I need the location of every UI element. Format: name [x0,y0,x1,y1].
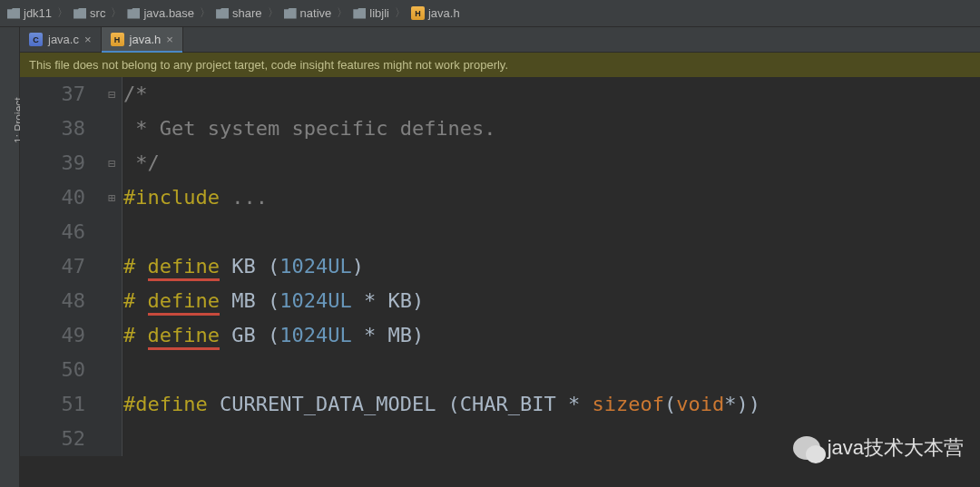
code-token: CURRENT_DATA_MODEL (CHAR_BIT * [208,393,593,415]
breadcrumb-item[interactable]: native [284,6,332,20]
code-token: 1024UL [279,255,351,278]
fold-spacer [102,422,122,456]
watermark-text: java技术大本营 [828,434,964,462]
breadcrumb-label: share [232,6,262,20]
wechat-icon [793,436,820,460]
breadcrumb: jdk11〉src〉java.base〉share〉native〉libjli〉… [0,0,980,27]
tool-window-strip[interactable]: 1: Project [0,27,20,487]
line-number: 38 [20,112,85,146]
code-token: GB ( [220,324,279,346]
code-token: #include [123,186,231,209]
tab-label: java.c [48,33,79,46]
editor-area: Cjava.c×Hjava.h× This file does not belo… [20,27,980,487]
tab-java-c[interactable]: Cjava.c× [20,27,102,52]
code-token: ( [664,393,676,415]
fold-column[interactable]: ⊟ ⊟⊞ [102,77,122,456]
code-line[interactable]: # define MB (1024UL * KB) [123,284,980,318]
fold-spacer [102,318,122,353]
fold-spacer [102,112,122,146]
line-number: 47 [20,249,85,284]
chevron-right-icon: 〉 [337,5,348,21]
breadcrumb-label: native [300,6,332,20]
code-content[interactable]: /* * Get system specific defines. */#inc… [122,77,980,456]
line-number: 50 [20,353,85,387]
fold-spacer [102,284,122,318]
code-token: sizeof [593,393,664,415]
breadcrumb-label: java.h [428,6,460,20]
tab-label: java.h [130,33,162,46]
code-token: define [148,289,220,316]
line-number: 49 [20,318,85,353]
fold-toggle-icon[interactable]: ⊞ [102,180,122,215]
line-number: 37 [20,77,85,112]
breadcrumb-item[interactable]: share [216,6,262,20]
line-number: 40 [20,180,85,215]
fold-spacer [102,215,122,249]
close-icon[interactable]: × [84,33,92,46]
fold-spacer [102,353,122,387]
folder-icon [353,8,366,19]
code-line[interactable]: #include ... [123,180,980,215]
line-number: 51 [20,387,85,422]
folder-icon [127,8,140,19]
code-token: * Get system specific defines. [123,117,496,140]
code-line[interactable] [123,353,980,387]
code-token: #define [123,393,208,415]
code-token: 1024UL [279,324,351,346]
folder-icon [7,8,20,19]
line-number: 48 [20,284,85,318]
watermark: java技术大本营 [793,434,964,462]
tab-java-h[interactable]: Hjava.h× [102,27,183,52]
folder-icon [284,8,297,19]
code-token: define [148,255,220,281]
code-line[interactable]: # define GB (1024UL * MB) [123,318,980,353]
breadcrumb-item[interactable]: src [74,6,105,20]
folder-icon [216,8,229,19]
fold-toggle-icon[interactable]: ⊟ [102,146,122,180]
code-token: ... [231,186,268,209]
line-number: 46 [20,215,85,249]
indent-guide [122,77,122,456]
code-token: 1024UL [279,289,351,312]
editor-tabs: Cjava.c×Hjava.h× [20,27,980,53]
code-token: define [148,324,220,350]
chevron-right-icon: 〉 [395,5,406,21]
code-token: KB ( [220,255,279,278]
breadcrumb-label: java.base [143,6,194,20]
fold-spacer [102,249,122,284]
breadcrumb-item[interactable]: Hjava.h [411,6,460,20]
code-line[interactable]: # define KB (1024UL) [123,249,980,284]
h-file-icon: H [111,33,124,46]
code-line[interactable] [123,215,980,249]
code-token: */ [123,151,160,174]
h-file-icon: H [411,6,425,20]
code-line[interactable]: #define CURRENT_DATA_MODEL (CHAR_BIT * s… [123,387,980,422]
warning-banner: This file does not belong to any project… [20,53,980,77]
breadcrumb-item[interactable]: libjli [353,6,389,20]
code-token: * KB) [352,289,424,312]
code-token: /* [123,83,148,105]
code-line[interactable]: /* [123,77,980,112]
code-token: ) [352,255,364,278]
code-editor[interactable]: 3738394046474849505152 ⊟ ⊟⊞ /* * Get sys… [20,77,980,456]
line-number: 39 [20,146,85,180]
chevron-right-icon: 〉 [268,5,279,21]
breadcrumb-item[interactable]: jdk11 [7,6,52,20]
code-token: void [676,393,724,415]
chevron-right-icon: 〉 [57,5,68,21]
line-number: 52 [20,422,85,456]
close-icon[interactable]: × [166,33,173,46]
line-number-gutter: 3738394046474849505152 [20,77,102,456]
fold-toggle-icon[interactable]: ⊟ [102,77,122,112]
chevron-right-icon: 〉 [200,5,211,21]
code-line[interactable]: */ [123,146,980,180]
code-token: * MB) [352,324,424,346]
code-line[interactable]: * Get system specific defines. [123,112,980,146]
code-token: # [123,289,148,312]
breadcrumb-label: src [90,6,105,20]
breadcrumb-label: libjli [369,6,389,20]
breadcrumb-item[interactable]: java.base [127,6,194,20]
c-file-icon: C [29,33,43,46]
code-token: # [123,324,148,346]
code-token: # [123,255,148,278]
